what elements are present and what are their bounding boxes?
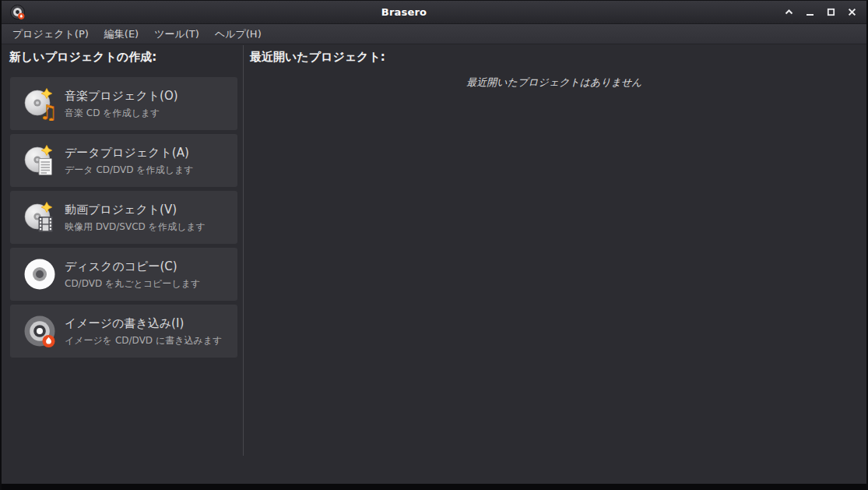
new-project-heading: 新しいプロジェクトの作成: <box>3 45 243 65</box>
project-subtitle: 映像用 DVD/SVCD を作成します <box>65 221 206 232</box>
project-text: ディスクのコピー(C) CD/DVD を丸ごとコピーします <box>65 259 200 289</box>
burn-image-button[interactable]: イメージの書き込み(I) イメージを CD/DVD に書き込みます <box>10 305 237 358</box>
project-title: ディスクのコピー(C) <box>65 259 200 273</box>
video-project-button[interactable]: 動画プロジェクト(V) 映像用 DVD/SVCD を作成します <box>10 191 237 244</box>
maximize-icon[interactable] <box>824 5 838 19</box>
project-title: 動画プロジェクト(V) <box>65 203 206 217</box>
recent-projects-panel: 最近開いたプロジェクト: 最近開いたプロジェクトはありません <box>244 45 865 484</box>
shade-icon[interactable] <box>782 5 796 19</box>
close-icon[interactable] <box>845 5 859 19</box>
minimize-icon[interactable] <box>803 5 817 19</box>
recent-projects-heading: 最近開いたプロジェクト: <box>244 45 865 65</box>
menubar: プロジェクト(P) 編集(E) ツール(T) ヘルプ(H) <box>2 24 866 44</box>
titlebar[interactable]: Brasero <box>2 1 866 24</box>
main-content: 新しいプロジェクトの作成: ♫ 音楽プロジェクト(O) <box>3 45 865 484</box>
menu-project[interactable]: プロジェクト(P) <box>5 25 97 44</box>
window-title: Brasero <box>26 6 782 18</box>
project-title: 音楽プロジェクト(O) <box>65 89 178 103</box>
menu-tools[interactable]: ツール(T) <box>146 25 207 44</box>
project-subtitle: イメージを CD/DVD に書き込みます <box>65 335 222 346</box>
window-controls <box>782 5 859 19</box>
window-bottom-border <box>2 484 866 490</box>
disc-copy-icon <box>23 257 57 291</box>
svg-text:♫: ♫ <box>39 100 57 121</box>
brasero-window: Brasero プロジェクト(P) 編集(E) ツール(T) ヘルプ(H) 新し… <box>0 0 868 490</box>
no-recent-projects-message: 最近開いたプロジェクトはありません <box>244 76 865 90</box>
project-title: データプロジェクト(A) <box>65 146 193 160</box>
brasero-app-icon <box>9 4 26 21</box>
data-project-icon <box>23 143 57 178</box>
audio-project-button[interactable]: ♫ 音楽プロジェクト(O) 音楽 CD を作成します <box>10 77 237 130</box>
project-title: イメージの書き込み(I) <box>65 316 222 330</box>
menu-help[interactable]: ヘルプ(H) <box>207 25 269 44</box>
project-subtitle: CD/DVD を丸ごとコピーします <box>65 278 200 289</box>
project-text: イメージの書き込み(I) イメージを CD/DVD に書き込みます <box>65 316 222 346</box>
project-subtitle: データ CD/DVD を作成します <box>65 164 193 175</box>
new-project-panel: 新しいプロジェクトの作成: ♫ 音楽プロジェクト(O) <box>3 45 243 484</box>
project-text: 音楽プロジェクト(O) 音楽 CD を作成します <box>65 89 178 118</box>
project-text: データプロジェクト(A) データ CD/DVD を作成します <box>65 146 193 175</box>
audio-project-icon: ♫ <box>23 86 57 121</box>
disc-copy-button[interactable]: ディスクのコピー(C) CD/DVD を丸ごとコピーします <box>10 248 237 301</box>
video-project-icon <box>23 200 57 234</box>
project-subtitle: 音楽 CD を作成します <box>65 108 178 118</box>
project-text: 動画プロジェクト(V) 映像用 DVD/SVCD を作成します <box>65 203 206 232</box>
project-type-list: ♫ 音楽プロジェクト(O) 音楽 CD を作成します <box>3 77 243 358</box>
data-project-button[interactable]: データプロジェクト(A) データ CD/DVD を作成します <box>10 134 237 187</box>
burn-image-icon <box>23 314 57 348</box>
menu-edit[interactable]: 編集(E) <box>97 25 146 44</box>
